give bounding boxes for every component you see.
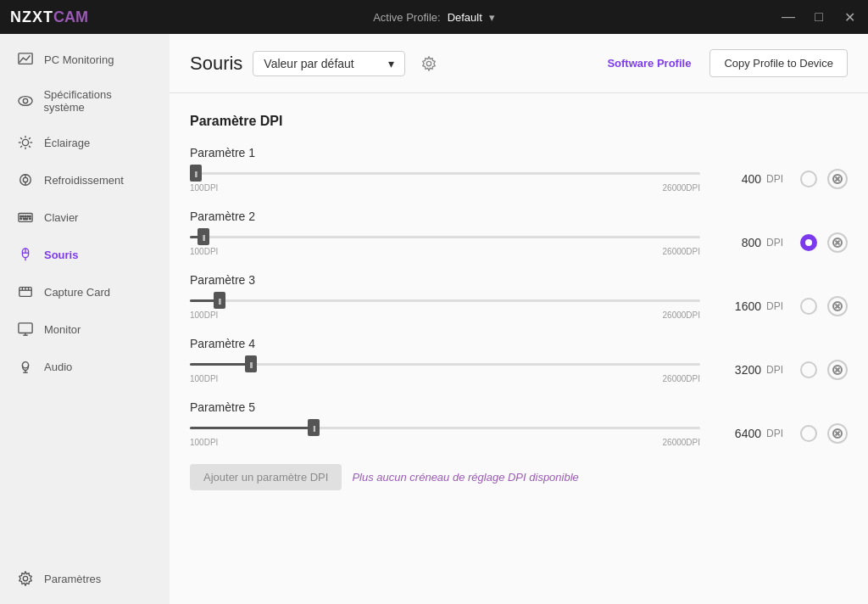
slider-thumb-1[interactable] bbox=[190, 165, 202, 182]
sidebar-label-capture: Capture Card bbox=[44, 286, 110, 299]
slider-labels-4: 100DPI 26000DPI bbox=[190, 374, 700, 383]
copy-profile-button[interactable]: Copy Profile to Device bbox=[709, 49, 848, 77]
eye-icon bbox=[17, 92, 33, 109]
param-controls-1: 100DPI 26000DPI 400 DPI bbox=[190, 165, 848, 193]
param-label-1: Paramètre 1 bbox=[190, 146, 848, 159]
profile-dropdown-arrow[interactable]: ▾ bbox=[489, 11, 495, 24]
dpi-value-2: 800 bbox=[710, 236, 761, 249]
slider-min-label-2: 100DPI bbox=[190, 247, 218, 256]
delete-button-4[interactable] bbox=[827, 360, 848, 380]
sidebar-label-pc-monitoring: PC Monitoring bbox=[44, 53, 114, 66]
profile-dropdown-value: Valeur par défaut bbox=[264, 57, 353, 70]
slider-fill-5 bbox=[190, 427, 314, 429]
sidebar-bottom: Paramètres bbox=[0, 560, 170, 597]
software-profile-button[interactable]: Software Profile bbox=[598, 52, 699, 75]
param-row-5: Paramètre 5 100DPI 26000DPI 6400 DPI bbox=[190, 400, 848, 447]
sidebar-item-audio[interactable]: Audio bbox=[0, 348, 170, 385]
profile-dropdown[interactable]: Valeur par défaut ▾ bbox=[253, 51, 405, 76]
maximize-button[interactable]: □ bbox=[810, 8, 827, 25]
svg-point-22 bbox=[30, 215, 31, 217]
slider-min-label-1: 100DPI bbox=[190, 183, 218, 193]
content-area: Souris Valeur par défaut ▾ Software Prof… bbox=[170, 34, 868, 604]
param-controls-2: 100DPI 26000DPI 800 DPI bbox=[190, 228, 848, 256]
sidebar-label-lighting: Éclairage bbox=[44, 137, 90, 149]
svg-rect-0 bbox=[19, 53, 32, 64]
param-controls-4: 100DPI 26000DPI 3200 DPI bbox=[190, 355, 848, 383]
active-profile-label: Active Profile: bbox=[373, 11, 440, 24]
slider-bg-3 bbox=[190, 299, 700, 302]
sidebar-item-mouse[interactable]: Souris bbox=[0, 236, 170, 273]
sidebar-item-settings[interactable]: Paramètres bbox=[0, 560, 170, 597]
radio-button-2[interactable] bbox=[800, 234, 817, 251]
page-title: Souris bbox=[190, 53, 242, 75]
radio-button-1[interactable] bbox=[800, 171, 817, 187]
slider-thumb-2[interactable] bbox=[198, 228, 209, 245]
delete-button-2[interactable] bbox=[827, 232, 848, 253]
sidebar-label-keyboard: Clavier bbox=[44, 211, 78, 224]
slider-max-label-3: 26000DPI bbox=[663, 310, 700, 320]
param-row-1: Paramètre 1 100DPI 26000DPI 400 DPI bbox=[190, 146, 848, 193]
delete-button-5[interactable] bbox=[827, 423, 848, 444]
dpi-value-container-3: 1600 DPI bbox=[710, 299, 790, 313]
slider-track-4[interactable] bbox=[190, 355, 700, 372]
cooling-icon bbox=[17, 171, 34, 188]
radio-button-5[interactable] bbox=[800, 425, 817, 442]
logo-cam: CAM bbox=[53, 8, 88, 26]
dpi-value-5: 6400 bbox=[710, 427, 761, 440]
add-param-button: Ajouter un paramètre DPI bbox=[190, 464, 342, 490]
slider-max-label-5: 26000DPI bbox=[663, 438, 700, 447]
section-title: Paramètre DPI bbox=[190, 114, 848, 129]
sidebar-item-lighting[interactable]: Éclairage bbox=[0, 124, 170, 161]
slider-max-label-1: 26000DPI bbox=[663, 183, 700, 193]
dpi-value-3: 1600 bbox=[710, 299, 761, 313]
minimize-button[interactable]: — bbox=[780, 8, 797, 25]
radio-button-3[interactable] bbox=[800, 298, 817, 315]
slider-container-2: 100DPI 26000DPI bbox=[190, 228, 700, 256]
sidebar-item-keyboard[interactable]: Clavier bbox=[0, 199, 170, 236]
slider-labels-3: 100DPI 26000DPI bbox=[190, 310, 700, 320]
param-controls-3: 100DPI 26000DPI 1600 DPI bbox=[190, 292, 848, 320]
slider-track-1[interactable] bbox=[190, 165, 700, 182]
delete-button-3[interactable] bbox=[827, 296, 848, 316]
slider-container-3: 100DPI 26000DPI bbox=[190, 292, 700, 320]
param-row-3: Paramètre 3 100DPI 26000DPI 1600 DPI bbox=[190, 273, 848, 320]
titlebar: NZXT CAM Active Profile: Default ▾ — □ ✕ bbox=[0, 0, 868, 34]
svg-line-9 bbox=[29, 146, 31, 148]
capture-icon bbox=[17, 283, 34, 300]
radio-button-4[interactable] bbox=[800, 361, 817, 378]
slider-thumb-4[interactable] bbox=[245, 355, 257, 372]
slider-track-2[interactable] bbox=[190, 228, 700, 245]
sidebar-item-capture[interactable]: Capture Card bbox=[0, 273, 170, 310]
sidebar-item-cooling[interactable]: Refroidissement bbox=[0, 161, 170, 199]
slider-min-label-3: 100DPI bbox=[190, 310, 218, 320]
svg-point-18 bbox=[20, 215, 22, 217]
slider-track-5[interactable] bbox=[190, 419, 700, 436]
sidebar-item-pc-monitoring[interactable]: PC Monitoring bbox=[0, 41, 170, 78]
slider-thumb-3[interactable] bbox=[214, 292, 225, 309]
svg-point-41 bbox=[23, 576, 27, 580]
param-row-4: Paramètre 4 100DPI 26000DPI 3200 DPI bbox=[190, 337, 848, 383]
svg-point-19 bbox=[22, 215, 24, 217]
slider-container-5: 100DPI 26000DPI bbox=[190, 419, 700, 447]
svg-line-8 bbox=[20, 137, 22, 139]
mouse-icon bbox=[17, 246, 34, 263]
slider-bg-5 bbox=[190, 427, 700, 429]
svg-line-10 bbox=[29, 137, 31, 139]
active-profile-name: Default bbox=[448, 11, 482, 24]
slider-container-4: 100DPI 26000DPI bbox=[190, 355, 700, 383]
slider-thumb-5[interactable] bbox=[308, 419, 320, 436]
dpi-value-container-5: 6400 DPI bbox=[710, 427, 790, 440]
add-param-row: Ajouter un paramètre DPI Plus aucun crén… bbox=[190, 464, 848, 490]
slider-max-label-2: 26000DPI bbox=[663, 247, 700, 256]
svg-point-23 bbox=[20, 218, 22, 220]
sidebar-item-specs[interactable]: Spécifications système bbox=[0, 78, 170, 124]
delete-button-1[interactable] bbox=[827, 169, 848, 189]
param-label-4: Paramètre 4 bbox=[190, 337, 848, 350]
chart-icon bbox=[17, 51, 34, 68]
svg-point-3 bbox=[22, 139, 28, 145]
dpi-value-container-1: 400 DPI bbox=[710, 172, 790, 186]
close-button[interactable]: ✕ bbox=[841, 8, 858, 25]
gear-settings-button[interactable] bbox=[415, 50, 442, 77]
sidebar-item-monitor[interactable]: Monitor bbox=[0, 310, 170, 348]
slider-track-3[interactable] bbox=[190, 292, 700, 309]
